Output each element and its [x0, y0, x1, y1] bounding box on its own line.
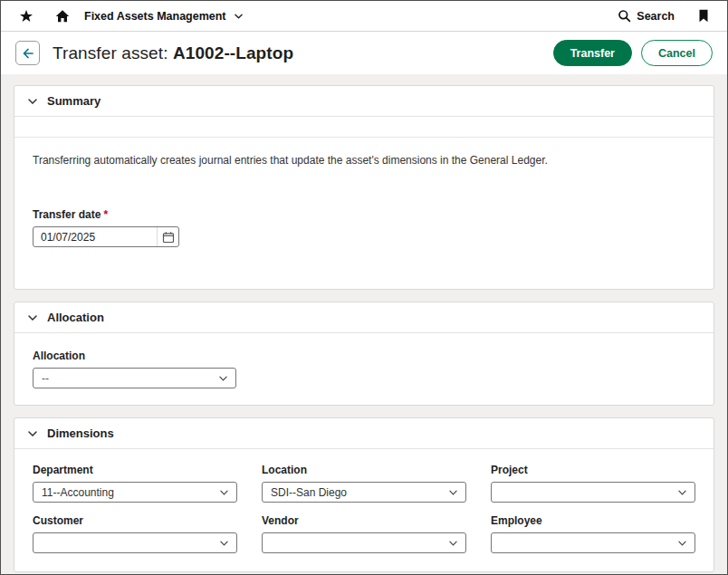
calendar-icon[interactable] [157, 227, 178, 246]
location-label: Location [262, 464, 466, 476]
dimensions-section-body: Department 11--Accounting Location SDI--… [14, 449, 714, 571]
department-select[interactable]: 11--Accounting [33, 482, 237, 503]
employee-field: Employee [491, 514, 695, 553]
allocation-section: Allocation Allocation -- [14, 302, 714, 406]
department-select-value: 11--Accounting [42, 486, 114, 499]
department-label: Department [33, 464, 237, 476]
summary-section-title: Summary [47, 94, 101, 108]
collapse-chevron-icon [28, 315, 37, 321]
header-actions: Transfer Cancel [553, 40, 713, 66]
summary-section-header[interactable]: Summary [14, 86, 714, 117]
allocation-section-title: Allocation [47, 311, 104, 324]
collapse-chevron-icon [28, 431, 37, 436]
cancel-button[interactable]: Cancel [641, 40, 713, 66]
project-field: Project [491, 464, 695, 503]
favorites-star-icon[interactable] [19, 9, 34, 24]
chevron-down-icon [678, 490, 686, 495]
search-button[interactable]: Search [618, 9, 675, 23]
transfer-date-field: Transfer date* 01/07/2025 [33, 208, 695, 247]
app-window: Fixed Assets Management Search Transfer … [0, 0, 728, 575]
bookmark-icon[interactable] [698, 9, 709, 23]
allocation-select[interactable]: -- [33, 368, 236, 388]
required-marker: * [103, 208, 108, 221]
dimensions-grid: Department 11--Accounting Location SDI--… [33, 464, 695, 553]
vendor-select[interactable] [262, 532, 466, 553]
dimensions-section: Dimensions Department 11--Accounting Loc… [14, 417, 714, 572]
page-header: Transfer asset: A1002--Laptop Transfer C… [1, 32, 727, 74]
transfer-date-input[interactable]: 01/07/2025 [33, 226, 179, 247]
customer-field: Customer [33, 514, 237, 553]
vendor-field: Vendor [262, 514, 466, 553]
back-arrow-icon [21, 46, 35, 61]
vendor-label: Vendor [262, 514, 466, 527]
transfer-date-value: 01/07/2025 [41, 231, 157, 244]
allocation-label: Allocation [33, 350, 695, 362]
summary-info-text: Transferring automatically creates journ… [33, 154, 695, 167]
chevron-down-icon [449, 490, 457, 495]
page-title: Transfer asset: A1002--Laptop [53, 43, 293, 63]
back-button[interactable] [15, 41, 40, 65]
transfer-date-label: Transfer date* [33, 208, 695, 221]
allocation-section-header[interactable]: Allocation [14, 302, 714, 333]
employee-label: Employee [491, 514, 695, 527]
project-label: Project [491, 464, 695, 476]
dimensions-section-header[interactable]: Dimensions [14, 418, 714, 449]
department-field: Department 11--Accounting [33, 464, 237, 503]
summary-section: Summary Transferring automatically creat… [14, 85, 714, 290]
chevron-down-icon [220, 490, 228, 495]
page-body: Summary Transferring automatically creat… [1, 74, 727, 574]
location-field: Location SDI--San Diego [262, 464, 466, 503]
chevron-down-icon [678, 541, 686, 546]
app-menu[interactable]: Fixed Assets Management [84, 10, 243, 23]
employee-select[interactable] [491, 532, 695, 553]
chevron-down-icon [235, 14, 243, 19]
search-icon [618, 9, 631, 23]
search-label: Search [637, 10, 675, 23]
page-title-asset: A1002--Laptop [173, 43, 293, 62]
location-select-value: SDI--San Diego [271, 486, 347, 499]
top-bar: Fixed Assets Management Search [1, 1, 727, 32]
app-title: Fixed Assets Management [84, 10, 226, 23]
collapse-chevron-icon [28, 99, 37, 104]
home-icon[interactable] [55, 9, 70, 24]
chevron-down-icon [220, 541, 228, 546]
page-title-prefix: Transfer asset: [53, 43, 168, 62]
summary-section-body: Transferring automatically creates journ… [14, 137, 714, 289]
location-select[interactable]: SDI--San Diego [262, 482, 466, 503]
chevron-down-icon [449, 541, 457, 546]
project-select[interactable] [491, 482, 695, 503]
chevron-down-icon [219, 376, 227, 381]
dimensions-section-title: Dimensions [47, 426, 114, 440]
allocation-section-body: Allocation -- [14, 333, 714, 405]
transfer-button[interactable]: Transfer [553, 40, 632, 66]
customer-select[interactable] [33, 532, 237, 553]
divider [14, 137, 714, 138]
customer-label: Customer [33, 514, 237, 527]
allocation-select-value: -- [42, 372, 49, 385]
